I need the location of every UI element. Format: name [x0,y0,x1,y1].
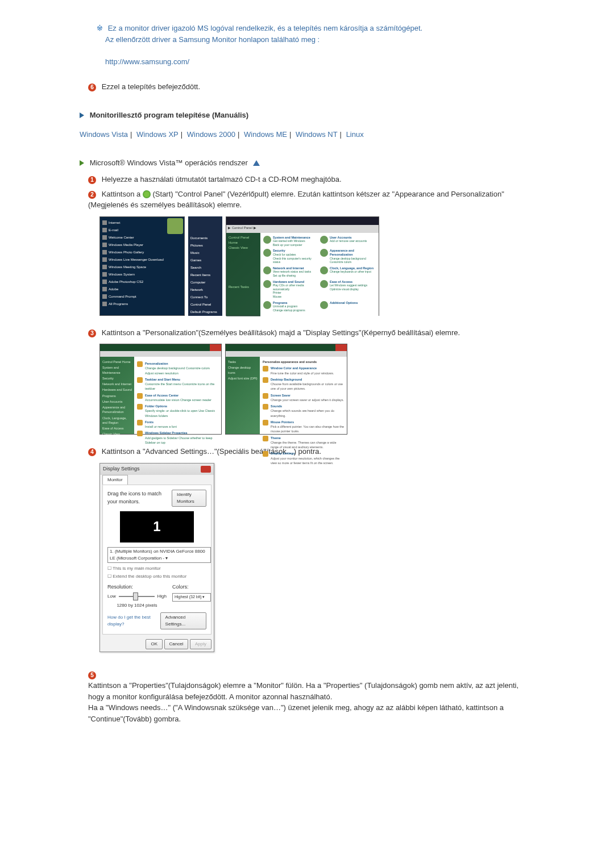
panel-breadcrumb [100,351,221,357]
start-icon [143,190,151,198]
step-5-row: 5 Kattintson a "Properties"(Tulajdonságo… [88,658,534,724]
badge-5-icon: 5 [88,671,96,679]
help-link[interactable]: How do I get the best display? [107,614,160,628]
up-arrow-icon[interactable] [253,160,260,166]
start-menu-item: Adobe [102,286,182,293]
badge-2-icon: 2 [88,191,96,199]
note-line1: Ez a monitor driver igazoló MS logóval r… [108,24,423,32]
cp-category: Appearance and PersonalizationChange des… [320,249,376,265]
start-side-item: Help and Support [190,316,220,323]
cp-category: User AccountsAdd or remove user accounts [320,236,376,248]
cp-titlebar [226,217,379,225]
resolution-label: Resolution: [107,583,167,591]
panel-breadcrumb [226,351,347,357]
cp-category: Ease of AccessLet Windows suggest settin… [320,280,376,300]
start-menu-item: Windows Media Player [102,241,182,249]
start-menu-item: Windows Photo Gallery [102,249,182,256]
display-settings-dialog: Display Settings Monitor Drag the icons … [99,463,214,653]
start-side-item: Recent Items [190,272,220,279]
cp-category: Hardware and SoundPlay CDs or other medi… [263,280,319,300]
start-side-item: Computer [190,279,220,286]
colors-select[interactable]: Highest (32 bit) ▾ [172,593,211,602]
vista-heading: Microsoft® Windows Vista™ operációs rend… [90,158,248,167]
personalization-left-pane: TasksChange desktop iconsAdjust font siz… [226,357,260,434]
vista-start-side: DocumentsPicturesMusicGamesSearchRecent … [188,216,222,316]
vista-control-panel: ▶ Control Panel ▶ Control Panel Home Cla… [226,216,379,316]
badge-6-icon: 6 [88,84,96,91]
personalization-main-pane: Personalize appearance and sounds Window… [260,357,347,434]
vista-start-menu: InternetE-mailWelcome CenterWindows Medi… [99,216,185,316]
drag-msg: Drag the icons to match your monitors. [107,490,172,506]
badge-1-icon: 1 [88,176,96,184]
start-side-item: Network [190,286,220,294]
monitor-select[interactable]: 1. (Multiple Monitors) on NVIDIA GeForce… [107,547,211,563]
start-menu-item: Adobe Photoshop CS2 [102,278,182,286]
step-2a-text: Kattintson a [102,190,143,198]
link-vista[interactable]: Windows Vista [80,130,128,139]
colors-label: Colors: [172,583,206,591]
start-menu-item: Windows System [102,271,182,278]
step-3-row: 3 Kattintson a "Personalization"(Személy… [88,327,534,339]
step-2b-text: (Start) "Control Panel" (Vezérlőpult) el… [88,190,504,210]
cp-category: SecurityCheck for updatesCheck this comp… [263,249,319,265]
monitor-preview: 1 [120,511,194,542]
step-6-text: Ezzel a telepítés befejeződött. [102,82,200,91]
cp-category: System and MaintenanceGet started with W… [263,236,319,248]
samsung-link[interactable]: http://www.samsung.com/ [105,57,189,66]
step-5-text: Kattintson a "Properties"(Tulajdonságok)… [88,681,518,723]
user-avatar-icon [167,218,183,234]
cancel-button[interactable]: Cancel [164,639,189,649]
personalization-window: TasksChange desktop iconsAdjust font siz… [225,344,347,435]
resolution-slider[interactable] [119,596,155,597]
link-xp[interactable]: Windows XP [136,130,179,139]
badge-3-icon: 3 [88,329,96,337]
cp-left-pane: Control Panel Home Classic View Recent T… [226,233,260,316]
start-side-item: Control Panel [190,301,220,308]
main-monitor-checkbox[interactable]: ☐ This is my main monitor [107,565,206,572]
cp-category: Clock, Language, and RegionChange keyboa… [320,266,376,279]
vista-heading-row: Microsoft® Windows Vista™ operációs rend… [80,157,534,169]
dialog-titlebar: Display Settings [100,464,214,475]
start-side-item: Documents [190,235,220,242]
note-line2: Az ellenőrzött driver a Samsung Monitor … [105,35,320,44]
start-side-item: Pictures [190,242,220,249]
apply-button[interactable]: Apply [190,639,211,649]
note-marker-icon: ※ [97,24,103,32]
start-menu-item: Welcome Center [102,234,182,241]
start-menu-item: All Programs [102,301,182,308]
section-arrow-icon [80,112,84,118]
os-links-row: Windows Vista| Windows XP| Windows 2000|… [80,129,534,140]
step-1-row: 1 Helyezze a használati útmutatót tartal… [88,174,534,185]
identify-monitors-button[interactable]: Identify Monitors [172,490,206,507]
manual-install-heading: Monitorillesztő program telepítése (Manu… [80,110,534,121]
link-nt[interactable]: Windows NT [296,130,338,139]
link-2000[interactable]: Windows 2000 [187,130,235,139]
start-side-item: Music [190,249,220,257]
start-side-item: Games [190,257,220,264]
step-2-screenshots: InternetE-mailWelcome CenterWindows Medi… [99,216,534,316]
start-side-item: Default Programs [190,308,220,316]
cp-category: Additional Options [320,301,376,314]
ok-button[interactable]: OK [146,639,163,649]
appearance-main-pane: PersonalizationChange desktop background… [134,357,221,434]
dialog-title-text: Display Settings [103,465,140,473]
appearance-left-pane: Control Panel HomeSystem and Maintenance… [100,357,134,434]
green-arrow-icon [80,160,84,166]
cp-category: Network and InternetView network status … [263,266,319,279]
advanced-settings-button[interactable]: Advanced Settings... [160,612,206,629]
start-menu-item: Command Prompt [102,293,182,301]
start-side-item: Search [190,264,220,272]
link-linux[interactable]: Linux [346,130,364,139]
step-3-screenshots: Control Panel HomeSystem and Maintenance… [99,344,534,435]
cp-main-pane: System and MaintenanceGet started with W… [260,233,379,316]
link-me[interactable]: Windows ME [244,130,287,139]
start-menu-item: Windows Meeting Space [102,264,182,271]
extend-desktop-checkbox[interactable]: ☐ Extend the desktop onto this monitor [107,573,206,580]
warning-note: ※ Ez a monitor driver igazoló MS logóval… [80,23,534,67]
close-icon [335,344,347,351]
cp-breadcrumb: ▶ Control Panel ▶ [226,225,379,233]
start-menu-item: Windows Live Messenger Download [102,256,182,264]
monitor-tab[interactable]: Monitor [102,475,128,485]
step-2-row: 2 Kattintson a (Start) "Control Panel" (… [88,189,534,211]
dialog-close-icon[interactable] [201,466,211,473]
